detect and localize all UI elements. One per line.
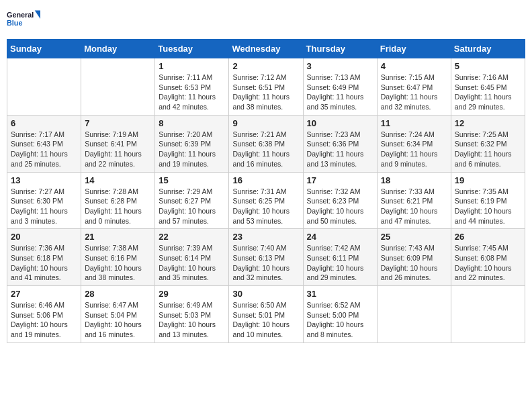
day-info: Sunrise: 7:15 AMSunset: 6:47 PMDaylight:… <box>381 73 447 112</box>
day-info: Sunrise: 7:32 AMSunset: 6:23 PMDaylight:… <box>307 187 373 226</box>
day-number: 18 <box>381 175 447 185</box>
weekday-header-saturday: Saturday <box>451 40 525 58</box>
calendar-header-row: SundayMondayTuesdayWednesdayThursdayFrid… <box>7 40 525 58</box>
day-info: Sunrise: 7:27 AMSunset: 6:30 PMDaylight:… <box>11 187 77 226</box>
day-number: 21 <box>85 232 151 242</box>
logo: General Blue <box>7 7 40 34</box>
day-number: 12 <box>455 118 521 128</box>
calendar-cell: 9Sunrise: 7:21 AMSunset: 6:38 PMDaylight… <box>229 115 303 172</box>
day-info: Sunrise: 7:13 AMSunset: 6:49 PMDaylight:… <box>307 73 373 112</box>
calendar-cell <box>377 286 451 343</box>
day-info: Sunrise: 7:24 AMSunset: 6:34 PMDaylight:… <box>381 130 447 169</box>
day-info: Sunrise: 7:12 AMSunset: 6:51 PMDaylight:… <box>232 73 299 112</box>
weekday-header-thursday: Thursday <box>303 40 377 58</box>
day-number: 17 <box>307 175 373 185</box>
calendar-cell: 30Sunrise: 6:50 AMSunset: 5:01 PMDayligh… <box>229 286 303 343</box>
calendar-cell: 18Sunrise: 7:33 AMSunset: 6:21 PMDayligh… <box>377 172 451 229</box>
day-info: Sunrise: 7:29 AMSunset: 6:27 PMDaylight:… <box>159 187 225 226</box>
calendar-cell: 5Sunrise: 7:16 AMSunset: 6:45 PMDaylight… <box>451 58 525 116</box>
day-info: Sunrise: 7:17 AMSunset: 6:43 PMDaylight:… <box>11 130 77 169</box>
svg-text:General: General <box>7 11 34 19</box>
day-number: 2 <box>232 61 299 71</box>
day-number: 30 <box>232 289 299 299</box>
calendar-week-3: 13Sunrise: 7:27 AMSunset: 6:30 PMDayligh… <box>7 172 525 229</box>
calendar-cell: 31Sunrise: 6:52 AMSunset: 5:00 PMDayligh… <box>303 286 377 343</box>
day-info: Sunrise: 7:31 AMSunset: 6:25 PMDaylight:… <box>232 187 299 226</box>
weekday-header-tuesday: Tuesday <box>155 40 229 58</box>
day-number: 24 <box>307 232 373 242</box>
day-info: Sunrise: 7:16 AMSunset: 6:45 PMDaylight:… <box>455 73 521 112</box>
day-info: Sunrise: 6:46 AMSunset: 5:06 PMDaylight:… <box>11 300 77 340</box>
day-info: Sunrise: 7:25 AMSunset: 6:32 PMDaylight:… <box>455 130 521 169</box>
calendar-table: SundayMondayTuesdayWednesdayThursdayFrid… <box>7 39 525 343</box>
day-info: Sunrise: 7:40 AMSunset: 6:13 PMDaylight:… <box>232 243 299 283</box>
day-info: Sunrise: 7:39 AMSunset: 6:14 PMDaylight:… <box>159 243 225 283</box>
calendar-cell: 28Sunrise: 6:47 AMSunset: 5:04 PMDayligh… <box>81 286 155 343</box>
day-info: Sunrise: 7:36 AMSunset: 6:18 PMDaylight:… <box>11 243 77 283</box>
day-number: 20 <box>11 232 77 242</box>
weekday-header-friday: Friday <box>377 40 451 58</box>
day-number: 16 <box>232 175 299 185</box>
day-info: Sunrise: 7:21 AMSunset: 6:38 PMDaylight:… <box>232 130 299 169</box>
day-number: 8 <box>159 118 225 128</box>
day-number: 25 <box>381 232 447 242</box>
day-number: 29 <box>159 289 225 299</box>
logo-icon: General Blue <box>7 7 40 34</box>
calendar-cell: 25Sunrise: 7:43 AMSunset: 6:09 PMDayligh… <box>377 229 451 286</box>
calendar-cell: 8Sunrise: 7:20 AMSunset: 6:39 PMDaylight… <box>155 115 229 172</box>
day-number: 7 <box>85 118 151 128</box>
calendar-cell: 10Sunrise: 7:23 AMSunset: 6:36 PMDayligh… <box>303 115 377 172</box>
calendar-cell: 24Sunrise: 7:42 AMSunset: 6:11 PMDayligh… <box>303 229 377 286</box>
day-info: Sunrise: 6:47 AMSunset: 5:04 PMDaylight:… <box>85 300 151 340</box>
calendar-cell: 15Sunrise: 7:29 AMSunset: 6:27 PMDayligh… <box>155 172 229 229</box>
calendar-week-5: 27Sunrise: 6:46 AMSunset: 5:06 PMDayligh… <box>7 286 525 343</box>
day-info: Sunrise: 6:52 AMSunset: 5:00 PMDaylight:… <box>307 300 373 340</box>
calendar-cell: 20Sunrise: 7:36 AMSunset: 6:18 PMDayligh… <box>7 229 81 286</box>
day-number: 13 <box>11 175 77 185</box>
calendar-cell: 3Sunrise: 7:13 AMSunset: 6:49 PMDaylight… <box>303 58 377 116</box>
day-number: 9 <box>232 118 299 128</box>
day-info: Sunrise: 7:28 AMSunset: 6:28 PMDaylight:… <box>85 187 151 226</box>
day-info: Sunrise: 7:20 AMSunset: 6:39 PMDaylight:… <box>159 130 225 169</box>
weekday-header-wednesday: Wednesday <box>229 40 303 58</box>
calendar-cell: 2Sunrise: 7:12 AMSunset: 6:51 PMDaylight… <box>229 58 303 116</box>
day-number: 10 <box>307 118 373 128</box>
day-number: 15 <box>159 175 225 185</box>
day-number: 6 <box>11 118 77 128</box>
calendar-cell: 14Sunrise: 7:28 AMSunset: 6:28 PMDayligh… <box>81 172 155 229</box>
calendar-cell: 27Sunrise: 6:46 AMSunset: 5:06 PMDayligh… <box>7 286 81 343</box>
day-info: Sunrise: 7:45 AMSunset: 6:08 PMDaylight:… <box>455 243 521 283</box>
calendar-week-2: 6Sunrise: 7:17 AMSunset: 6:43 PMDaylight… <box>7 115 525 172</box>
day-number: 27 <box>11 289 77 299</box>
day-number: 11 <box>381 118 447 128</box>
day-number: 22 <box>159 232 225 242</box>
day-number: 23 <box>232 232 299 242</box>
calendar-cell: 12Sunrise: 7:25 AMSunset: 6:32 PMDayligh… <box>451 115 525 172</box>
calendar-week-1: 1Sunrise: 7:11 AMSunset: 6:53 PMDaylight… <box>7 58 525 116</box>
calendar-cell: 1Sunrise: 7:11 AMSunset: 6:53 PMDaylight… <box>155 58 229 116</box>
day-number: 1 <box>159 61 225 71</box>
calendar-cell: 7Sunrise: 7:19 AMSunset: 6:41 PMDaylight… <box>81 115 155 172</box>
day-info: Sunrise: 6:50 AMSunset: 5:01 PMDaylight:… <box>232 300 299 340</box>
calendar-cell: 16Sunrise: 7:31 AMSunset: 6:25 PMDayligh… <box>229 172 303 229</box>
calendar-cell: 26Sunrise: 7:45 AMSunset: 6:08 PMDayligh… <box>451 229 525 286</box>
calendar-cell: 22Sunrise: 7:39 AMSunset: 6:14 PMDayligh… <box>155 229 229 286</box>
day-info: Sunrise: 7:23 AMSunset: 6:36 PMDaylight:… <box>307 130 373 169</box>
day-info: Sunrise: 6:49 AMSunset: 5:03 PMDaylight:… <box>159 300 225 340</box>
calendar-week-4: 20Sunrise: 7:36 AMSunset: 6:18 PMDayligh… <box>7 229 525 286</box>
calendar-cell <box>7 58 81 116</box>
calendar-cell: 23Sunrise: 7:40 AMSunset: 6:13 PMDayligh… <box>229 229 303 286</box>
calendar-cell: 4Sunrise: 7:15 AMSunset: 6:47 PMDaylight… <box>377 58 451 116</box>
svg-marker-2 <box>35 10 40 19</box>
calendar-cell <box>81 58 155 116</box>
day-info: Sunrise: 7:38 AMSunset: 6:16 PMDaylight:… <box>85 243 151 283</box>
day-number: 31 <box>307 289 373 299</box>
day-info: Sunrise: 7:19 AMSunset: 6:41 PMDaylight:… <box>85 130 151 169</box>
calendar-cell: 11Sunrise: 7:24 AMSunset: 6:34 PMDayligh… <box>377 115 451 172</box>
day-number: 19 <box>455 175 521 185</box>
calendar-cell: 29Sunrise: 6:49 AMSunset: 5:03 PMDayligh… <box>155 286 229 343</box>
day-info: Sunrise: 7:33 AMSunset: 6:21 PMDaylight:… <box>381 187 447 226</box>
day-info: Sunrise: 7:43 AMSunset: 6:09 PMDaylight:… <box>381 243 447 283</box>
day-number: 28 <box>85 289 151 299</box>
calendar-cell: 6Sunrise: 7:17 AMSunset: 6:43 PMDaylight… <box>7 115 81 172</box>
